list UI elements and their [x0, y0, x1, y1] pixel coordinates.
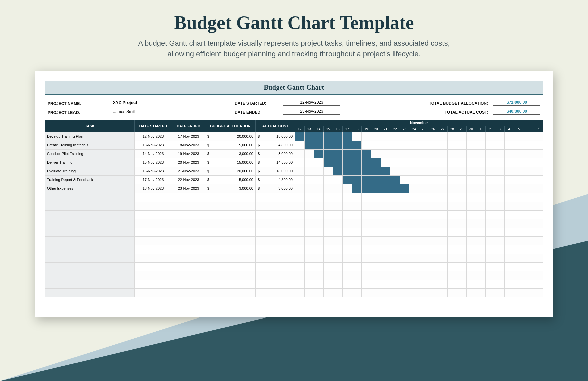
cell-date-started[interactable] [135, 237, 172, 245]
cell-date-started[interactable] [135, 289, 172, 297]
cell-budget-allocation[interactable] [205, 289, 256, 297]
cell-task[interactable]: Conduct Pilot Training [45, 150, 135, 158]
cell-actual-cost[interactable] [256, 245, 295, 254]
cell-actual-cost[interactable] [256, 237, 295, 245]
table-row[interactable] [45, 237, 543, 245]
cell-date-started[interactable] [135, 211, 172, 219]
date-ended-value[interactable]: 23-Nov-2023 [283, 109, 340, 115]
table-row[interactable] [45, 289, 543, 297]
cell-date-started[interactable] [135, 254, 172, 263]
cell-actual-cost[interactable]: $18,000.00 [256, 167, 295, 176]
cell-date-started[interactable] [135, 228, 172, 237]
cell-budget-allocation[interactable]: $3,000.00 [205, 184, 256, 193]
cell-date-started[interactable]: 14-Nov-2023 [135, 150, 172, 158]
cell-date-ended[interactable] [172, 211, 205, 219]
cell-budget-allocation[interactable] [205, 280, 256, 289]
cell-date-started[interactable] [135, 263, 172, 271]
table-row[interactable] [45, 254, 543, 263]
cell-task[interactable]: Other Expenses [45, 184, 135, 193]
table-row[interactable] [45, 228, 543, 237]
table-row[interactable] [45, 271, 543, 280]
cell-date-ended[interactable]: 19-Nov-2023 [172, 150, 205, 158]
cell-actual-cost[interactable] [256, 202, 295, 211]
cell-date-started[interactable]: 15-Nov-2023 [135, 158, 172, 167]
cell-budget-allocation[interactable]: $5,000.00 [205, 176, 256, 184]
cell-actual-cost[interactable]: $18,000.00 [256, 132, 295, 141]
table-row[interactable]: Evaluate Training16-Nov-202321-Nov-2023$… [45, 167, 543, 176]
cell-budget-allocation[interactable] [205, 193, 256, 202]
cell-actual-cost[interactable] [256, 219, 295, 228]
cell-task[interactable] [45, 202, 135, 211]
cell-budget-allocation[interactable] [205, 263, 256, 271]
cell-date-started[interactable]: 16-Nov-2023 [135, 167, 172, 176]
cell-actual-cost[interactable] [256, 254, 295, 263]
cell-budget-allocation[interactable] [205, 271, 256, 280]
cell-date-started[interactable]: 18-Nov-2023 [135, 184, 172, 193]
cell-actual-cost[interactable] [256, 193, 295, 202]
cell-budget-allocation[interactable] [205, 245, 256, 254]
project-name-value[interactable]: XYZ Project [97, 100, 153, 106]
cell-actual-cost[interactable] [256, 211, 295, 219]
table-row[interactable]: Deliver Training15-Nov-202320-Nov-2023$1… [45, 158, 543, 167]
cell-actual-cost[interactable] [256, 271, 295, 280]
cell-task[interactable] [45, 280, 135, 289]
table-row[interactable] [45, 219, 543, 228]
cell-task[interactable]: Evaluate Training [45, 167, 135, 176]
cell-budget-allocation[interactable]: $15,000.00 [205, 158, 256, 167]
cell-task[interactable] [45, 228, 135, 237]
cell-date-started[interactable]: 12-Nov-2023 [135, 132, 172, 141]
cell-date-ended[interactable] [172, 263, 205, 271]
cell-actual-cost[interactable] [256, 228, 295, 237]
cell-task[interactable]: Create Training Materials [45, 141, 135, 150]
cell-date-ended[interactable] [172, 237, 205, 245]
cell-task[interactable] [45, 254, 135, 263]
cell-actual-cost[interactable]: $4,800.00 [256, 176, 295, 184]
cell-actual-cost[interactable]: $3,000.00 [256, 150, 295, 158]
table-row[interactable] [45, 263, 543, 271]
cell-date-ended[interactable]: 18-Nov-2023 [172, 141, 205, 150]
cell-date-ended[interactable] [172, 219, 205, 228]
table-row[interactable]: Create Training Materials13-Nov-202318-N… [45, 141, 543, 150]
cell-date-ended[interactable]: 22-Nov-2023 [172, 176, 205, 184]
cell-date-ended[interactable] [172, 228, 205, 237]
table-row[interactable] [45, 280, 543, 289]
table-row[interactable] [45, 202, 543, 211]
table-row[interactable] [45, 193, 543, 202]
cell-date-started[interactable]: 13-Nov-2023 [135, 141, 172, 150]
cell-task[interactable] [45, 271, 135, 280]
cell-budget-allocation[interactable] [205, 254, 256, 263]
cell-task[interactable]: Develop Training Plan [45, 132, 135, 141]
cell-budget-allocation[interactable] [205, 219, 256, 228]
cell-budget-allocation[interactable] [205, 202, 256, 211]
cell-actual-cost[interactable]: $4,800.00 [256, 141, 295, 150]
cell-actual-cost[interactable]: $3,000.00 [256, 184, 295, 193]
cell-date-ended[interactable]: 17-Nov-2023 [172, 132, 205, 141]
table-row[interactable]: Conduct Pilot Training14-Nov-202319-Nov-… [45, 150, 543, 158]
project-lead-value[interactable]: James Smith [97, 109, 153, 115]
cell-task[interactable] [45, 193, 135, 202]
cell-task[interactable] [45, 219, 135, 228]
cell-task[interactable] [45, 211, 135, 219]
cell-task[interactable] [45, 289, 135, 297]
table-row[interactable]: Develop Training Plan12-Nov-202317-Nov-2… [45, 132, 543, 141]
table-row[interactable] [45, 211, 543, 219]
cell-task[interactable] [45, 237, 135, 245]
cell-date-ended[interactable] [172, 271, 205, 280]
cell-date-ended[interactable] [172, 202, 205, 211]
cell-actual-cost[interactable] [256, 263, 295, 271]
cell-date-started[interactable] [135, 280, 172, 289]
cell-date-started[interactable] [135, 245, 172, 254]
cell-actual-cost[interactable] [256, 289, 295, 297]
cell-date-started[interactable] [135, 219, 172, 228]
cell-date-ended[interactable] [172, 254, 205, 263]
cell-budget-allocation[interactable]: $3,000.00 [205, 150, 256, 158]
table-row[interactable]: Other Expenses18-Nov-202323-Nov-2023$3,0… [45, 184, 543, 193]
cell-budget-allocation[interactable]: $20,000.00 [205, 132, 256, 141]
cell-budget-allocation[interactable] [205, 228, 256, 237]
cell-budget-allocation[interactable] [205, 237, 256, 245]
cell-budget-allocation[interactable] [205, 211, 256, 219]
cell-budget-allocation[interactable]: $20,000.00 [205, 167, 256, 176]
date-started-value[interactable]: 12-Nov-2023 [283, 100, 340, 106]
table-row[interactable] [45, 245, 543, 254]
cell-task[interactable]: Deliver Training [45, 158, 135, 167]
